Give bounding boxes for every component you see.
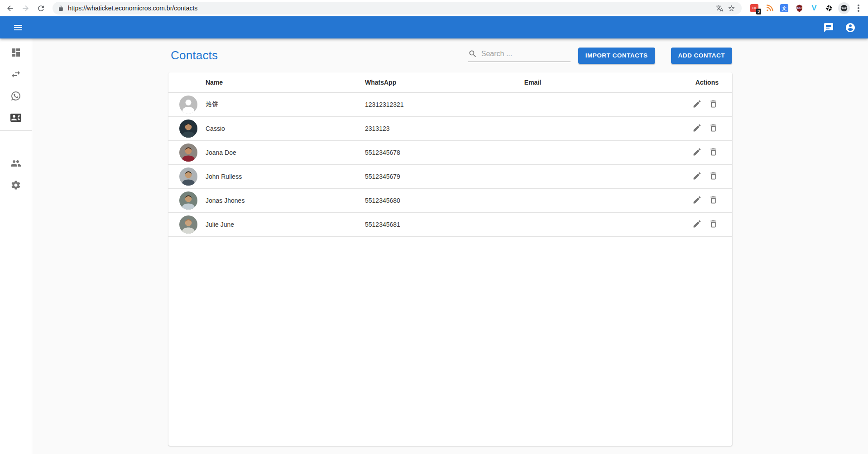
contact-avatar [179, 167, 197, 186]
header-name: Name [200, 79, 360, 86]
delete-icon [709, 147, 718, 157]
back-button[interactable] [4, 2, 16, 14]
search-icon [468, 49, 477, 58]
delete-icon [709, 171, 718, 181]
actions-cell [597, 171, 732, 183]
actions-cell [597, 147, 732, 159]
contact-whatsapp: 5512345681 [360, 221, 468, 228]
avatar-cell [168, 119, 200, 138]
url-text[interactable]: https://whaticket.economicros.com.br/con… [68, 5, 197, 12]
contact-avatar [179, 191, 197, 210]
delete-icon [709, 219, 718, 229]
edit-contact-button[interactable] [691, 171, 702, 182]
sidebar-item-dashboard[interactable] [0, 42, 32, 63]
kebab-menu-icon [858, 7, 859, 9]
swap-horiz-icon [10, 69, 21, 80]
settings-icon [10, 180, 21, 191]
contact-name: 烙饼 [200, 100, 360, 109]
people-icon [10, 158, 21, 169]
header-whatsapp: WhatsApp [360, 79, 468, 86]
main-content: Contacts IMPORT CONTACTS ADD CONTACT Nam… [32, 38, 868, 454]
extension-badge: 3 [756, 9, 761, 14]
delete-contact-button[interactable] [708, 123, 719, 134]
sidebar-item-contacts[interactable] [0, 107, 32, 129]
address-bar[interactable]: https://whaticket.economicros.com.br/con… [53, 2, 742, 14]
search-input[interactable] [481, 50, 571, 58]
kebab-menu-icon [858, 10, 859, 12]
forward-button[interactable] [19, 2, 32, 14]
rss-extension-icon [765, 4, 774, 13]
pinwheel-extension-button[interactable] [824, 3, 834, 14]
browser-menu-button[interactable] [854, 2, 863, 14]
refresh-icon [37, 4, 45, 13]
translate-extension-button[interactable]: 文 [779, 3, 790, 14]
edit-contact-button[interactable] [691, 123, 702, 134]
browser-profile-button[interactable] [838, 2, 850, 14]
sidebar-item-settings[interactable] [0, 174, 32, 196]
sidebar-item-connections[interactable] [0, 63, 32, 85]
actions-cell [597, 219, 732, 231]
contact-name: Julie June [200, 221, 360, 228]
edit-contact-button[interactable] [691, 99, 702, 110]
vimeo-extension-icon: V [811, 4, 816, 13]
actions-cell [597, 99, 732, 111]
rss-extension-button[interactable] [764, 3, 775, 14]
contact-avatar [179, 119, 197, 138]
actions-cell [597, 123, 732, 135]
delete-contact-button[interactable] [708, 147, 719, 158]
photo-person-image [179, 167, 197, 186]
sidebar-item-users[interactable] [0, 153, 32, 174]
edit-icon [692, 195, 702, 205]
avatar-cell [168, 167, 200, 186]
svg-text:UO: UO [797, 6, 801, 9]
edit-contact-button[interactable] [691, 195, 702, 205]
delete-contact-button[interactable] [708, 195, 719, 205]
sidebar-divider-bottom [0, 198, 32, 198]
delete-contact-button[interactable] [708, 219, 719, 229]
import-contacts-button[interactable]: IMPORT CONTACTS [578, 48, 655, 64]
delete-contact-button[interactable] [708, 99, 719, 110]
delete-contact-button[interactable] [708, 171, 719, 182]
ublock-extension-button[interactable]: UO [794, 3, 805, 14]
contacts-card: Name WhatsApp Email Actions 烙饼 123123123… [168, 72, 732, 446]
refresh-button[interactable] [34, 2, 47, 14]
edit-icon [692, 99, 702, 109]
translate-page-button[interactable] [714, 2, 725, 14]
translate-extension-icon: 文 [780, 4, 788, 12]
contact-name: Jonas Jhones [200, 197, 360, 204]
vimeo-extension-button[interactable]: V [809, 3, 820, 14]
header-actions: Actions [597, 79, 732, 86]
contact-avatar [179, 143, 197, 162]
contact-name: Joana Doe [200, 149, 360, 156]
chat-icon [823, 22, 834, 33]
account-circle-icon [845, 22, 856, 33]
delete-icon [709, 99, 718, 109]
sidebar-divider [0, 130, 32, 131]
page-title: Contacts [171, 48, 218, 62]
table-row: Joana Doe 5512345678 [168, 141, 732, 165]
translate-page-icon [716, 5, 724, 12]
account-menu-button[interactable] [843, 20, 858, 35]
extensions-area: ••• 3 文 UO V [749, 3, 834, 14]
table-row: Julie June 5512345681 [168, 213, 732, 237]
star-icon [728, 5, 735, 12]
page-header: Contacts IMPORT CONTACTS ADD CONTACT [32, 38, 868, 72]
open-drawer-button[interactable] [10, 20, 26, 35]
edit-icon [692, 123, 702, 133]
chat-extension-button[interactable]: ••• 3 [749, 3, 760, 14]
table-header-row: Name WhatsApp Email Actions [168, 72, 732, 93]
add-contact-button[interactable]: ADD CONTACT [671, 48, 733, 64]
bookmark-star-button[interactable] [725, 2, 737, 14]
lock-icon [58, 5, 64, 11]
edit-icon [692, 219, 702, 229]
contact-whatsapp: 5512345679 [360, 173, 468, 180]
menu-icon [13, 22, 24, 33]
contact-whatsapp: 12312312321 [360, 101, 468, 108]
contact-whatsapp: 5512345678 [360, 149, 468, 156]
sidebar-item-tickets[interactable] [0, 85, 32, 107]
avatar-cell [168, 143, 200, 162]
messages-button[interactable] [821, 20, 836, 35]
edit-contact-button[interactable] [691, 219, 702, 229]
table-row: Cassio 2313123 [168, 117, 732, 141]
edit-contact-button[interactable] [691, 147, 702, 158]
